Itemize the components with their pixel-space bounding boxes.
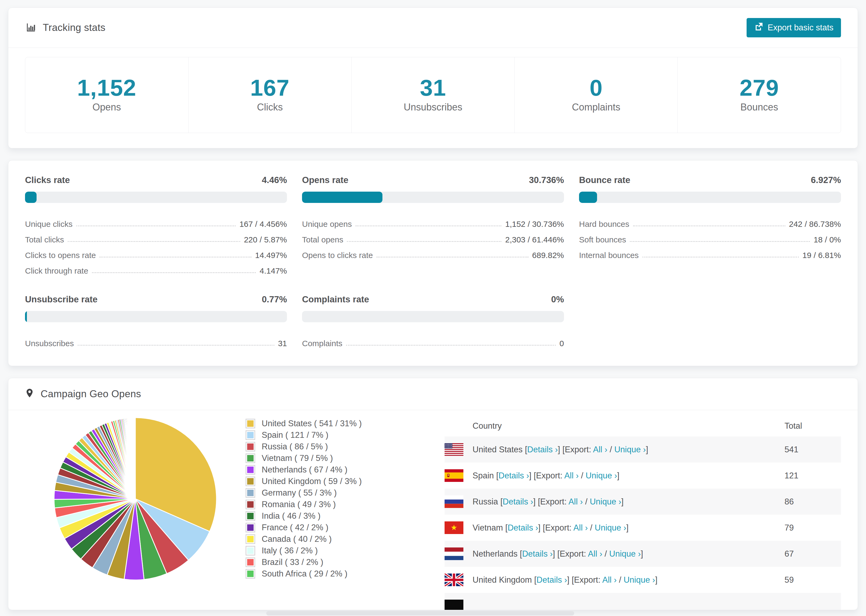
country-links: Netherlands [Details ›] [Export: All › /…: [472, 549, 643, 559]
legend-item[interactable]: Brazil ( 33 / 2% ): [246, 556, 444, 568]
export-all-link[interactable]: All ›: [593, 445, 607, 454]
detail-row: Hard bounces242 / 86.738%: [579, 213, 841, 229]
rate-detail-rows: Unsubscribes31: [25, 332, 287, 348]
export-all-link[interactable]: All ›: [564, 471, 578, 480]
legend-item[interactable]: Canada ( 40 / 2% ): [246, 533, 444, 545]
export-unique-link[interactable]: Unique ›: [595, 523, 626, 533]
legend-item[interactable]: Russia ( 86 / 5% ): [246, 441, 444, 452]
dotted-leader: [376, 257, 528, 258]
rate-value: 0%: [551, 294, 564, 305]
stat-card: 0Complaints: [515, 57, 678, 133]
total-cell: [784, 593, 841, 610]
rate-detail-rows: Hard bounces242 / 86.738%Soft bounces18 …: [579, 213, 841, 260]
legend-swatch: [246, 430, 255, 440]
stat-label: Bounces: [678, 102, 841, 113]
detail-value: 689.82%: [532, 251, 564, 260]
legend-swatch: [246, 534, 255, 544]
legend-item[interactable]: France ( 42 / 2% ): [246, 522, 444, 533]
export-unique-link[interactable]: Unique ›: [609, 549, 641, 558]
country-links: Russia [Details ›] [Export: All › / Uniq…: [472, 497, 624, 507]
rate-panel: Bounce rate6.927%Hard bounces242 / 86.73…: [579, 175, 841, 275]
legend-item[interactable]: United Kingdom ( 59 / 3% ): [246, 475, 444, 487]
export-basic-stats-button[interactable]: Export basic stats: [746, 18, 841, 37]
dotted-leader: [642, 257, 799, 258]
detail-label: Click through rate: [25, 266, 88, 275]
legend-swatch: [246, 500, 255, 509]
dotted-leader: [68, 241, 240, 242]
stat-label: Unsubscribes: [351, 102, 515, 113]
export-unique-link[interactable]: Unique ›: [624, 575, 655, 585]
total-column-header: Total: [784, 415, 841, 437]
legend-item[interactable]: United States ( 541 / 31% ): [246, 418, 444, 429]
rates-card: Clicks rate4.46%Unique clicks167 / 4.456…: [8, 160, 858, 366]
export-all-link[interactable]: All ›: [573, 523, 587, 533]
details-link[interactable]: Details ›: [507, 523, 538, 533]
legend-swatch: [246, 488, 255, 498]
total-cell: 79: [784, 515, 841, 541]
export-icon: [754, 22, 763, 33]
legend-label: Russia ( 86 / 5% ): [262, 442, 328, 451]
bar-chart-icon: [25, 22, 36, 33]
country-name: Vietnam: [472, 523, 505, 533]
export-all-link[interactable]: All ›: [588, 549, 602, 558]
legend-item[interactable]: Germany ( 55 / 3% ): [246, 487, 444, 498]
dotted-leader: [630, 241, 810, 242]
geo-opens-pie-chart[interactable]: [52, 415, 219, 582]
geo-table-wrap: Country Total United States [Details ›] …: [444, 415, 841, 610]
legend-swatch: [246, 523, 255, 533]
dotted-leader: [346, 345, 556, 346]
detail-value: 31: [278, 339, 287, 348]
country-name: Russia: [472, 497, 500, 506]
legend-item[interactable]: Spain ( 121 / 7% ): [246, 429, 444, 441]
details-link[interactable]: Details ›: [527, 445, 558, 454]
progress-fill: [302, 192, 383, 203]
export-all-link[interactable]: All ›: [602, 575, 616, 585]
dotted-leader: [99, 257, 251, 258]
legend-item[interactable]: South Africa ( 29 / 2% ): [246, 568, 444, 580]
legend-swatch: [246, 442, 255, 451]
dotted-leader: [633, 225, 785, 226]
rate-header: Unsubscribe rate0.77%: [25, 294, 287, 305]
stat-label: Complaints: [515, 102, 678, 113]
stat-value: 167: [189, 74, 351, 101]
legend-label: Germany ( 55 / 3% ): [262, 488, 337, 498]
export-unique-link[interactable]: Unique ›: [590, 497, 621, 506]
total-cell: 541: [784, 437, 841, 462]
export-unique-link[interactable]: Unique ›: [586, 471, 617, 480]
legend-item[interactable]: Netherlands ( 67 / 4% ): [246, 464, 444, 475]
table-row: Netherlands [Details ›] [Export: All › /…: [444, 541, 841, 567]
tracking-stats-card: Tracking stats Export basic stats 1,152O…: [8, 8, 858, 148]
country-links: United Kingdom [Details ›] [Export: All …: [472, 575, 658, 585]
progress-fill: [25, 311, 27, 322]
legend-label: France ( 42 / 2% ): [262, 523, 328, 533]
legend-label: Italy ( 36 / 2% ): [262, 546, 318, 556]
horizontal-scrollbar-thumb[interactable]: [266, 611, 574, 616]
legend-swatch: [246, 476, 255, 486]
legend-item[interactable]: India ( 46 / 3% ): [246, 510, 444, 522]
detail-row: Opens to clicks rate689.82%: [302, 244, 564, 260]
legend-item[interactable]: Romania ( 49 / 3% ): [246, 498, 444, 510]
detail-value: 19 / 6.81%: [803, 251, 841, 260]
page-title: Tracking stats: [43, 22, 105, 33]
export-all-link[interactable]: All ›: [568, 497, 583, 506]
country-flag-icon: [444, 469, 463, 482]
legend-item[interactable]: Vietnam ( 79 / 5% ): [246, 452, 444, 464]
export-button-label: Export basic stats: [768, 23, 833, 33]
rate-value: 30.736%: [529, 175, 564, 185]
stat-card: 279Bounces: [677, 57, 841, 133]
detail-row: Internal bounces19 / 6.81%: [579, 244, 841, 260]
rate-title: Bounce rate: [579, 175, 630, 185]
details-link[interactable]: Details ›: [522, 549, 553, 558]
legend-item[interactable]: Italy ( 36 / 2% ): [246, 545, 444, 556]
details-link[interactable]: Details ›: [503, 497, 533, 506]
details-link[interactable]: Details ›: [537, 575, 567, 585]
country-row-content: [444, 600, 784, 610]
country-row-content: Vietnam [Details ›] [Export: All › / Uni…: [444, 522, 784, 534]
dotted-leader: [92, 272, 256, 273]
stat-value: 1,152: [25, 74, 188, 101]
table-row: Vietnam [Details ›] [Export: All › / Uni…: [444, 515, 841, 541]
rate-header: Bounce rate6.927%: [579, 175, 841, 185]
total-cell: 59: [784, 567, 841, 593]
export-unique-link[interactable]: Unique ›: [614, 445, 646, 454]
details-link[interactable]: Details ›: [499, 471, 529, 480]
